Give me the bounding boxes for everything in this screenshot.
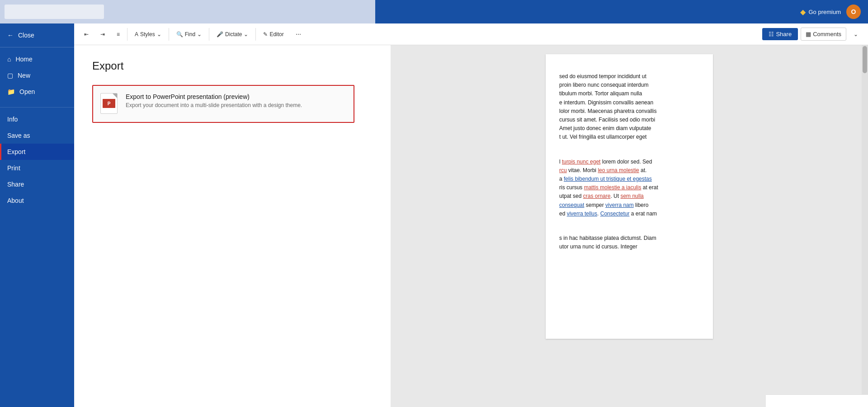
sidebar-item-save-as[interactable]: Save as: [0, 127, 74, 144]
search-bar[interactable]: [5, 5, 104, 19]
document-area: sed do eiusmod tempor incididunt ut proi…: [391, 45, 868, 407]
vertical-scrollbar[interactable]: [862, 45, 868, 407]
paragraph-align-button[interactable]: ≡: [112, 28, 124, 40]
sidebar-divider: [0, 107, 74, 108]
comments-label: Comments: [813, 31, 841, 37]
new-label: New: [18, 72, 30, 79]
sidebar-top: ← Close: [0, 23, 74, 47]
close-label: Close: [18, 32, 34, 39]
sidebar-item-print[interactable]: Print: [0, 160, 74, 176]
top-bar: ◆ Go premium O: [0, 0, 868, 23]
styles-icon: A: [135, 31, 138, 37]
scrollbar-thumb: [863, 46, 867, 73]
open-label: Open: [19, 88, 35, 95]
mic-icon: 🎤: [217, 31, 223, 37]
doc-paragraph-3: s in hac habitasse platea dictumst. Diam…: [559, 234, 699, 251]
share-button[interactable]: ☷ Share: [762, 28, 798, 40]
doc-paragraph-1: sed do eiusmod tempor incididunt ut proi…: [559, 72, 699, 142]
ribbon-bar: ⇤ ⇥ ≡ A Styles ⌄ 🔍 Find ⌄ 🎤 Di: [74, 23, 868, 45]
right-panel: ⇤ ⇥ ≡ A Styles ⌄ 🔍 Find ⌄ 🎤 Di: [74, 23, 868, 407]
dictate-chevron: ⌄: [244, 31, 248, 37]
doc-paragraph-2: l turpis nunc eget lorem dolor sed. Sed …: [559, 158, 699, 218]
share-label: Share: [776, 31, 792, 37]
close-button[interactable]: ← Close: [5, 28, 69, 42]
home-icon: ⌂: [7, 56, 11, 63]
editor-button[interactable]: ✎ Editor: [259, 28, 288, 40]
indent-button[interactable]: ⇥: [96, 28, 109, 40]
open-icon: 📁: [7, 88, 15, 95]
document-scroll[interactable]: sed do eiusmod tempor incididunt ut proi…: [391, 45, 868, 407]
export-panel: Export P Export to PowerPoint presentati…: [74, 45, 391, 407]
sidebar-item-new[interactable]: ▢ New: [0, 67, 74, 84]
diamond-icon: ◆: [800, 8, 806, 16]
dictate-button[interactable]: 🎤 Dictate ⌄: [212, 28, 253, 40]
sidebar-item-open[interactable]: 📁 Open: [0, 84, 74, 100]
comments-button[interactable]: ▦ Comments: [801, 28, 846, 41]
export-title: Export: [92, 60, 373, 72]
avatar[interactable]: O: [846, 5, 861, 19]
collapse-ribbon-button[interactable]: ⌄: [849, 28, 863, 40]
status-bar: − 100% + Give Feedback to Microsoft: [766, 394, 868, 407]
go-premium-label: Go premium: [808, 9, 841, 15]
ribbon-separator-2: [169, 28, 169, 41]
main-content: Export P Export to PowerPoint presentati…: [74, 45, 868, 407]
editor-label: Editor: [269, 31, 283, 37]
export-option-text: Export to PowerPoint presentation (previ…: [126, 93, 346, 108]
find-chevron: ⌄: [197, 31, 202, 37]
sidebar: ← Close ⌂ Home ▢ New 📁 Open Info: [0, 23, 74, 407]
export-option-ppt[interactable]: P Export to PowerPoint presentation (pre…: [92, 85, 354, 123]
ppt-icon-label: P: [103, 99, 115, 108]
sidebar-item-info[interactable]: Info: [0, 111, 74, 127]
new-icon: ▢: [7, 72, 13, 79]
share-icon: ☷: [769, 31, 774, 37]
document-page: sed do eiusmod tempor incididunt ut proi…: [546, 54, 713, 339]
find-button[interactable]: 🔍 Find ⌄: [172, 28, 206, 40]
styles-chevron: ⌄: [157, 31, 161, 37]
styles-label: Styles: [140, 31, 155, 37]
more-button[interactable]: ⋯: [291, 28, 306, 40]
sidebar-nav: ⌂ Home ▢ New 📁 Open: [0, 47, 74, 103]
title-bar-left: [0, 0, 375, 23]
back-icon: ←: [7, 32, 14, 39]
pen-icon: ✎: [263, 31, 268, 37]
export-option-desc: Export your document into a multi-slide …: [126, 102, 346, 108]
ribbon-separator-3: [209, 28, 209, 41]
export-option-title: Export to PowerPoint presentation (previ…: [126, 93, 346, 100]
outdent-button[interactable]: ⇤: [80, 28, 93, 40]
ribbon-separator-4: [255, 28, 256, 41]
dictate-label: Dictate: [225, 31, 242, 37]
sidebar-item-about[interactable]: About: [0, 192, 74, 209]
find-label: Find: [185, 31, 195, 37]
search-icon: 🔍: [176, 31, 183, 37]
styles-button[interactable]: A Styles ⌄: [130, 28, 166, 40]
sidebar-item-export[interactable]: Export: [0, 144, 74, 160]
home-label: Home: [15, 56, 32, 63]
sidebar-item-home[interactable]: ⌂ Home: [0, 51, 74, 67]
comment-icon: ▦: [806, 31, 811, 37]
go-premium-button[interactable]: ◆ Go premium: [800, 8, 841, 16]
ribbon-separator-1: [127, 28, 127, 41]
ppt-icon: P: [100, 93, 118, 115]
sidebar-item-share[interactable]: Share: [0, 176, 74, 192]
